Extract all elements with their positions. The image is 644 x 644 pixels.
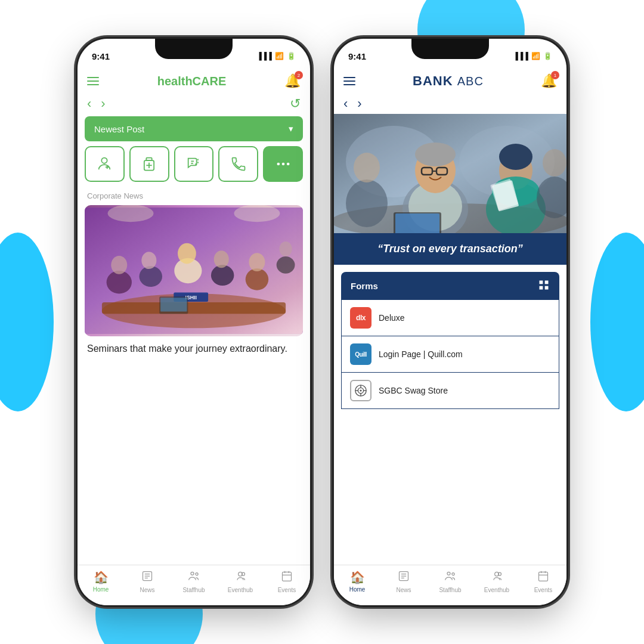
corporate-news-label: Corporate News <box>78 189 310 205</box>
tab-news-left[interactable]: News <box>124 570 171 593</box>
tab-home-label: Home <box>93 586 109 593</box>
nav-arrows-left: ‹ › <box>87 96 106 112</box>
svg-rect-86 <box>539 572 548 581</box>
tab-staffhub-right[interactable]: Staffhub <box>427 570 473 593</box>
medicine-icon <box>141 156 157 172</box>
back-button[interactable]: ‹ <box>87 96 91 112</box>
bank-forward-button[interactable]: › <box>357 96 361 112</box>
svg-point-28 <box>277 256 295 274</box>
meeting-illustration <box>334 114 566 233</box>
events-tab-icon <box>281 570 293 585</box>
svg-point-73 <box>360 390 361 391</box>
tab-home-right[interactable]: 🏠 Home <box>334 570 380 593</box>
bank-header: BANK ABC 🔔 1 <box>334 69 566 94</box>
bank-nav-arrows: ‹ › <box>343 96 362 112</box>
phone-bankabc: 9:41 ▐▐▐ 📶 🔋 BANK ABC <box>334 39 566 605</box>
chat-icon <box>185 156 202 172</box>
phone-call-icon <box>230 156 247 172</box>
dropdown-label: Newest Post <box>94 124 144 134</box>
tab-home-label-right: Home <box>349 586 366 593</box>
healthcare-logo: healthCARE <box>157 75 227 88</box>
tab-staffhub-left[interactable]: Staffhub <box>171 570 217 593</box>
more-icon-box[interactable] <box>263 146 303 182</box>
chat-icon-box[interactable] <box>174 146 214 182</box>
bank-forms-header: Forms <box>341 272 559 300</box>
tab-eventhub-left[interactable]: Eventhub <box>217 570 264 593</box>
news-tab-icon <box>141 570 153 585</box>
tab-eventhub-label-right: Eventhub <box>484 587 509 593</box>
bank-hero-image <box>334 114 566 233</box>
svg-point-83 <box>452 573 454 575</box>
tab-news-right[interactable]: News <box>380 570 427 593</box>
hamburger-menu-button[interactable] <box>87 77 99 85</box>
tab-staffhub-label-right: Staffhub <box>439 587 461 593</box>
notification-bell-button[interactable]: 🔔 2 <box>284 73 301 89</box>
news-caption: Seminars that make your journey extraord… <box>78 336 310 358</box>
svg-point-24 <box>211 265 234 286</box>
wifi-icon: 📶 <box>275 52 284 60</box>
svg-point-25 <box>214 250 229 268</box>
bank-hamburger-menu-button[interactable] <box>343 77 355 85</box>
svg-point-82 <box>447 572 450 575</box>
svg-point-36 <box>191 572 194 575</box>
quill-text: Quill <box>355 351 367 358</box>
medicine-icon-box[interactable] <box>129 146 169 182</box>
sgbc-icon <box>350 380 371 401</box>
phone-icon-box[interactable] <box>218 146 258 182</box>
tab-eventhub-right[interactable]: Eventhub <box>473 570 520 593</box>
forms-label: Forms <box>351 281 378 291</box>
tab-events-label: Events <box>278 587 296 593</box>
quill-label: Login Page | Quill.com <box>379 349 463 359</box>
bank-tagline: “Trust on every transaction” <box>334 233 566 265</box>
svg-rect-15 <box>102 302 286 314</box>
status-time-right: 9:41 <box>348 51 366 61</box>
svg-point-12 <box>108 205 154 222</box>
deluxe-icon: dlx <box>350 307 371 329</box>
phone-notch-right <box>411 39 489 59</box>
forward-button[interactable]: › <box>101 96 105 112</box>
events-tab-icon-right <box>537 570 549 585</box>
more-icon <box>275 156 292 172</box>
bank-back-button[interactable]: ‹ <box>343 96 348 112</box>
healthcare-app-content: healthCARE 🔔 2 ‹ › ↺ Newest Post ▾ <box>78 69 310 605</box>
doctor-icon-box[interactable] <box>85 146 125 182</box>
home-tab-icon: 🏠 <box>94 570 109 584</box>
list-item-deluxe[interactable]: dlx Deluxe <box>341 300 559 336</box>
phone-healthcare: 9:41 ▐▐▐ 📶 🔋 healthCARE 🔔 <box>78 39 310 605</box>
status-icons-right: ▐▐▐ 📶 🔋 <box>513 52 552 60</box>
tab-home-left[interactable]: 🏠 Home <box>78 570 124 593</box>
tab-bar-right: 🏠 Home News <box>334 565 566 605</box>
svg-point-9 <box>286 163 289 166</box>
svg-point-51 <box>415 143 456 166</box>
eventhub-tab-icon <box>234 570 246 585</box>
conference-illustration: ISHII <box>85 205 303 336</box>
bank-nav-row: ‹ › <box>334 94 566 114</box>
news-image: ISHII <box>85 205 303 336</box>
svg-rect-69 <box>540 286 543 290</box>
tab-news-label: News <box>140 587 154 593</box>
bank-notification-bell-button[interactable]: 🔔 1 <box>541 73 557 89</box>
svg-rect-67 <box>540 281 543 284</box>
bank-bell-badge: 1 <box>551 71 559 79</box>
signal-icon-right: ▐▐▐ <box>513 52 528 60</box>
svg-point-63 <box>346 179 388 227</box>
bell-badge: 2 <box>295 71 303 79</box>
bank-logo-abc-text: ABC <box>457 75 484 88</box>
svg-point-26 <box>246 268 269 290</box>
logo-light-text: health <box>157 75 193 88</box>
logo-bold-text: CARE <box>193 75 227 88</box>
list-item-sgbc[interactable]: SGBC Swag Store <box>341 373 559 409</box>
quill-icon: Quill <box>350 343 371 365</box>
staffhub-tab-icon <box>188 570 200 585</box>
list-item-quill[interactable]: Quill Login Page | Quill.com <box>341 336 559 373</box>
newest-post-dropdown[interactable]: Newest Post ▾ <box>85 116 303 141</box>
wifi-icon-right: 📶 <box>531 52 540 60</box>
svg-point-27 <box>249 253 265 271</box>
refresh-button[interactable]: ↺ <box>290 96 301 112</box>
forms-grid-icon <box>538 279 550 293</box>
phone-notch-left <box>155 39 233 59</box>
svg-point-0 <box>102 158 107 163</box>
svg-point-21 <box>141 252 156 269</box>
tab-events-right[interactable]: Events <box>520 570 566 593</box>
tab-events-left[interactable]: Events <box>264 570 310 593</box>
